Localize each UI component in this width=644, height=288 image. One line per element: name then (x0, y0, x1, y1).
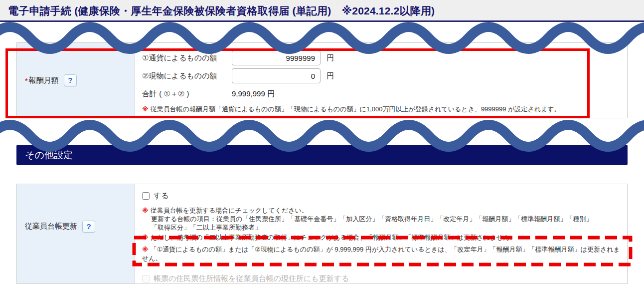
salary-content-cell: ①通貨によるものの額 円 ②現物によるものの額 円 合計 ( ①＋② ) 9,9… (135, 43, 627, 118)
update-checkbox-row: する (142, 190, 621, 201)
ledger-help-button[interactable]: ? (82, 221, 95, 233)
update-checkbox[interactable] (142, 192, 150, 200)
address-update-checkbox (142, 275, 150, 283)
note-mark-icon: ※ (142, 105, 149, 113)
ledger-note-3-text: 「①通貨によるものの額」または「②現物によるものの額」が 9,999,999 円… (142, 246, 620, 262)
total-label: 合計 ( ①＋② ) (142, 89, 232, 99)
salary-label-cell: * 報酬月額 ? (17, 43, 135, 118)
ledger-update-table: 従業員台帳更新 ? する ※従業員台帳を更新する場合にチェックしてください。 更… (16, 184, 628, 284)
ledger-note-1-line2: 更新する台帳の項目：従業員の「住民票住所」「基礎年金番号」「加入区分」「資格取得… (142, 215, 621, 223)
ledger-label: 従業員台帳更新 (25, 222, 77, 231)
inkind-amount-unit: 円 (326, 71, 334, 81)
salary-note: ※従業員台帳の報酬月額「通貨によるものの額」「現物によるものの額」に1,000万… (142, 105, 621, 113)
currency-amount-unit: 円 (326, 53, 334, 63)
salary-note-text: 従業員台帳の報酬月額「通貨によるものの額」「現物によるものの額」に1,000万円… (151, 105, 561, 113)
required-asterisk: * (25, 76, 28, 85)
page: 電子申請手続 (健康保険・厚生年金保険被保険者資格取得届 (単記用) ※2024… (0, 0, 644, 288)
wave-separator-top (0, 23, 644, 54)
note-mark-icon: ※ (142, 207, 149, 214)
title-bar: 電子申請手続 (健康保険・厚生年金保険被保険者資格取得届 (単記用) ※2024… (0, 0, 644, 22)
ledger-note-1-line3: 「取得区分」「二以上事業所勤務者」 (142, 223, 621, 232)
ledger-note-2: ※ただし、備考欄の「二以上事業所勤務者の取得」にチェックがある場合、「報酬月額」… (142, 233, 621, 242)
ledger-note-1-line1: 従業員台帳を更新する場合にチェックしてください。 (151, 207, 308, 214)
address-update-checkbox-row: 帳票の住民票住所情報を従業員台帳の現住所にも更新する (142, 273, 621, 284)
ledger-content-cell: する ※従業員台帳を更新する場合にチェックしてください。 更新する台帳の項目：従… (135, 184, 627, 284)
inkind-amount-row: ②現物によるものの額 円 (142, 67, 621, 85)
ledger-note-2-text: ただし、備考欄の「二以上事業所勤務者の取得」にチェックがある場合、「報酬月額」「… (151, 234, 516, 241)
inkind-amount-label: ②現物によるものの額 (142, 71, 232, 81)
salary-help-button[interactable]: ? (64, 74, 77, 86)
wave-separator-middle (0, 121, 644, 152)
total-value: 9,999,999 円 (232, 89, 275, 99)
page-title: 電子申請手続 (健康保険・厚生年金保険被保険者資格取得届 (単記用) ※2024… (8, 4, 435, 18)
address-update-checkbox-label: 帳票の住民票住所情報を従業員台帳の現住所にも更新する (154, 274, 349, 284)
salary-label: 報酬月額 (29, 76, 59, 85)
inkind-amount-input[interactable] (232, 68, 321, 83)
update-checkbox-label: する (154, 191, 169, 201)
currency-amount-label: ①通貨によるものの額 (142, 53, 232, 63)
ledger-note-3: ※「①通貨によるものの額」または「②現物によるものの額」が 9,999,999 … (142, 245, 621, 263)
note-mark-icon: ※ (142, 246, 149, 253)
ledger-label-cell: 従業員台帳更新 ? (17, 184, 135, 284)
total-row: 合計 ( ①＋② ) 9,999,999 円 (142, 88, 621, 100)
ledger-note-1: ※従業員台帳を更新する場合にチェックしてください。 更新する台帳の項目：従業員の… (142, 206, 621, 232)
note-mark-icon: ※ (142, 234, 149, 241)
